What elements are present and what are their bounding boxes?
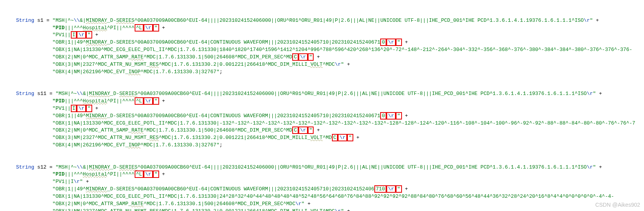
code-token: " [590, 18, 593, 23]
code-token: C [292, 53, 298, 61]
code-token: VOLT [311, 62, 323, 67]
code-token: RATE [132, 54, 144, 60]
code-line[interactable]: "PID|||^^^Hospital^PI||^^^^^L\r" + [4, 171, 644, 178]
code-line[interactable]: "OBX|1|NA|131330^MDC_ECG_ELEC_POTL_II^MD… [4, 120, 644, 127]
code-token: RATE [132, 127, 144, 133]
code-token: ^PI||^^^^ [107, 171, 134, 177]
code-token: ^MDC|1.7.6.131330.1|500|264608^MDC_DIM_P… [144, 54, 292, 60]
code-token: " [153, 171, 159, 178]
code-token: s1 [37, 18, 46, 23]
code-token: ^00A037009A00CB60^EUI-64||||202310241524… [137, 91, 587, 97]
code-token: ^MDC [323, 208, 335, 211]
code-token: 710 [374, 185, 386, 193]
code-line[interactable]: "OBX|2|NM|0^MDC_ATTR_SAMP_RATE^MDC|1.7.6… [4, 127, 644, 134]
code-line[interactable]: "OBX|2|NM|0^MDC_ATTR_SAMP_RATE^MDC|1.7.6… [4, 54, 644, 61]
code-token: 0 [380, 112, 386, 120]
code-token: s11 [37, 91, 49, 97]
code-token: + [92, 32, 98, 38]
code-token: ^MD [323, 135, 332, 141]
code-block-s12: String s12 = "MSH|^~\\&|MINDRAY_D-SERIES… [4, 164, 644, 211]
code-token: _D-SERIES^00A037009A00CB60^EUI-64|CONTIN… [107, 113, 380, 119]
code-line[interactable]: "PID|||^^^Hospital^PI||^^^^^L\r" + [4, 25, 644, 32]
code-token: = [49, 91, 56, 97]
code-line[interactable]: "OBX|1|NA|131330^MDC_ECG_ELEC_POTL_II^MD… [4, 193, 644, 200]
code-token: + [353, 135, 360, 141]
code-line[interactable]: "OBX|4|NM|262196^MDC_EVT_INOP^MDC|1.7.6.… [4, 142, 644, 149]
code-token: ^MDC|1.7.6.131330.3|32767" [140, 142, 219, 148]
code-line[interactable]: "PID|||^^^Hospital^PI||^^^^^L\r" + [4, 98, 644, 105]
code-line[interactable]: "OBX|3|NM|2327^MDC_ATTR_NU_MSMT_RES^MDC|… [4, 61, 644, 69]
code-token: \\ [74, 18, 80, 23]
code-token: + [402, 186, 408, 192]
code-token: RATE [132, 201, 144, 207]
code-token: MINDRAY [89, 164, 110, 170]
code-token: RES [149, 208, 158, 211]
code-token: + [314, 54, 320, 60]
code-token: " [341, 208, 344, 211]
code-token: ^L [135, 24, 144, 32]
code-token: \r [77, 105, 86, 112]
code-token: SERIES [119, 164, 138, 170]
code-line[interactable]: "PV1||I\r" + [4, 178, 644, 186]
code-token: ^MDC|1.7.6.131330.2|0.001221|266418^MDC_… [159, 62, 311, 67]
code-line[interactable]: "OBR|1||49^MINDRAY_D-SERIES^00A037009A00… [4, 113, 644, 120]
code-token: ^MDC|1.7.6.131330.1|500|264608^MDC_DIM_P… [144, 201, 295, 207]
code-line[interactable]: "OBX|1|NA|131330^MDC_ECG_ELEC_POTL_II^MD… [4, 46, 644, 54]
code-token: " [396, 185, 402, 193]
code-token: "OBR|1||49^ [28, 39, 86, 45]
code-token: "PV1||I [28, 179, 74, 185]
code-line[interactable]: "PV1||I\r" + [4, 32, 644, 39]
code-line[interactable]: "OBR|1||49^MINDRAY_D-SERIES^00A037009A00… [4, 186, 644, 193]
code-token: " [396, 112, 402, 120]
code-token: " [341, 62, 344, 67]
code-token: \r [386, 39, 396, 46]
code-line[interactable]: "OBX|3|NM|2327^MDC_ATTR_NU_MSMT_RES^MDC|… [4, 134, 644, 142]
code-token: MINDRAY [89, 91, 110, 97]
code-token: \r [298, 127, 308, 134]
code-token: String [16, 164, 37, 170]
code-line[interactable]: String s1 = "MSH|^~\\&|MINDRAY_D-SERIES^… [4, 17, 644, 25]
code-line[interactable]: "OBX|4|NM|262196^MDC_EVT_INOP^MDC|1.7.6.… [4, 69, 644, 76]
code-token: RES [149, 62, 158, 67]
code-token: C [292, 127, 298, 134]
code-token: ^MDC|1.7.6.131330.3|32767" [140, 69, 219, 75]
code-token: "OBX|1|NA|131330^MDC_ECG_ELEC_POTL_II^MD… [28, 120, 635, 126]
code-line[interactable]: "OBX|3|NM|2327^MDC_ATTR_NU_MSMT_RES^MDC|… [4, 208, 644, 211]
code-token: Hospital [83, 171, 107, 177]
code-token: ^PI||^^^^ [107, 98, 134, 104]
code-editor[interactable]: String s1 = "MSH|^~\\&|MINDRAY_D-SERIES^… [0, 0, 644, 211]
code-token: \r [144, 24, 153, 32]
code-line[interactable]: "PV1||I\r" + [4, 105, 644, 113]
code-token: \r [587, 164, 593, 170]
code-token: "PID [28, 171, 65, 177]
code-token: RES [149, 135, 158, 141]
code-token: + [344, 62, 350, 67]
code-line[interactable]: String s12 = "MSH|^~\\&|MINDRAY_D-SERIES… [4, 164, 644, 171]
code-token: + [402, 113, 408, 119]
code-token: "OBX|4|NM|262196^MDC_EVT_ [28, 69, 128, 75]
code-token: "OBR|1||49^ [28, 113, 86, 119]
code-token: "PID [28, 25, 65, 31]
code-token: _D-SERIES^00A037009A00CB60^EUI-64|CONTIN… [107, 39, 380, 45]
code-token: ^L [135, 171, 144, 178]
code-line[interactable]: "OBR|1||49^MINDRAY_D-SERIES^00A037009A00… [4, 39, 644, 46]
code-line[interactable]: String s11 = "MSH|^~\\&|MINDRAY_D-SERIES… [4, 90, 644, 98]
code-token: "MSH|^~ [56, 91, 77, 97]
code-token: ; [219, 69, 223, 75]
code-token: + [159, 25, 165, 31]
code-token: \\ [77, 91, 83, 97]
code-token: \r [298, 53, 308, 61]
code-token: ; [219, 142, 223, 148]
code-token: "OBR|1||49^ [28, 186, 86, 192]
code-token: + [596, 164, 602, 170]
code-token: I [71, 105, 77, 112]
code-block-s11: String s11 = "MSH|^~\\&|MINDRAY_D-SERIES… [4, 90, 644, 149]
code-line[interactable]: "OBX|2|NM|0^MDC_ATTR_SAMP_RATE^MDC|1.7.6… [4, 200, 644, 208]
code-token: s12 [37, 164, 49, 170]
code-token: + [314, 127, 320, 133]
code-token: " [396, 39, 402, 46]
code-token: \r [335, 62, 341, 67]
code-token: MINDRAY [86, 39, 107, 45]
code-token: ^L [135, 97, 144, 105]
code-token: + [344, 208, 350, 211]
